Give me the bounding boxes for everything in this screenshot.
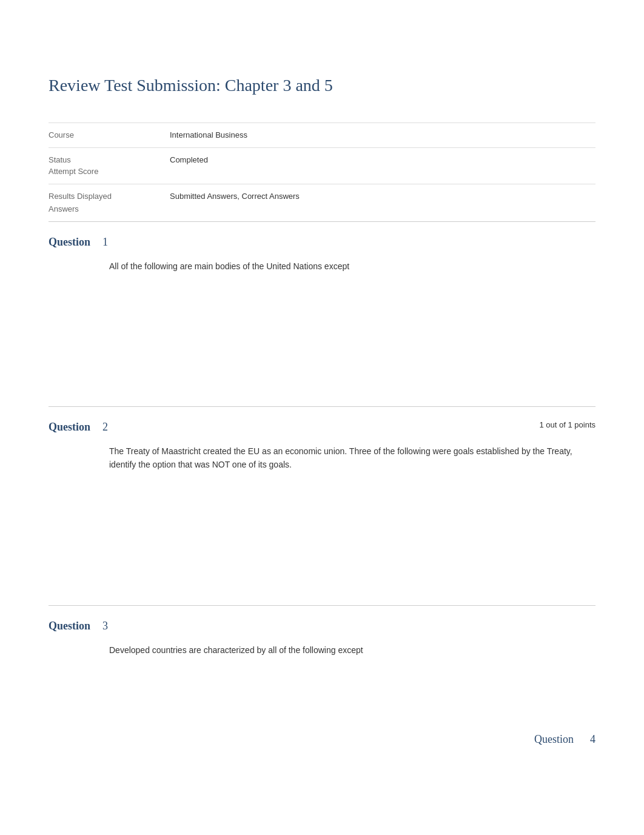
question-3-header: Question 3 <box>49 618 595 634</box>
course-value: International Business <box>170 129 247 141</box>
question-4-label: Question <box>534 733 574 745</box>
results-displayed-label: Results Displayed <box>49 190 170 203</box>
info-section: Course International Business Status Att… <box>49 122 595 221</box>
question-1-number: 1 <box>102 234 108 250</box>
status-label-group: Status Attempt Score <box>49 154 170 178</box>
question-2-label: Question <box>49 419 90 435</box>
question-3-label: Question <box>49 618 90 634</box>
answers-label: Answers <box>49 203 170 215</box>
question-3-block: Question 3 Developed countries are chara… <box>49 605 595 760</box>
question-2-block: Question 2 1 out of 1 points The Treaty … <box>49 406 595 605</box>
results-displayed-value: Submitted Answers, Correct Answers <box>170 190 300 203</box>
course-label: Course <box>49 129 170 141</box>
page-container: Review Test Submission: Chapter 3 and 5 … <box>0 0 644 796</box>
page-title: Review Test Submission: Chapter 3 and 5 <box>49 73 595 98</box>
question-2-header: Question 2 <box>49 419 595 435</box>
course-row: Course International Business <box>49 122 595 147</box>
question-1-header: Question 1 <box>49 234 595 250</box>
question-3-text: Developed countries are characterized by… <box>109 643 595 657</box>
question-1-label: Question <box>49 234 90 250</box>
question-2-number: 2 <box>102 419 108 435</box>
question-3-spacer <box>49 657 595 748</box>
question-1-block: Question 1 All of the following are main… <box>49 221 595 406</box>
question-2-points: 1 out of 1 points <box>539 419 595 431</box>
status-value: Completed <box>170 154 208 178</box>
question-3-number: 3 <box>102 618 108 634</box>
question-2-spacer <box>49 472 595 593</box>
question-4-partial: Question 4 <box>534 731 595 748</box>
results-label-group: Results Displayed Answers <box>49 190 170 215</box>
question-2-text: The Treaty of Maastricht created the EU … <box>109 444 595 472</box>
question-1-text: All of the following are main bodies of … <box>109 260 595 273</box>
question-4-number: 4 <box>590 733 595 745</box>
status-label: Status <box>49 154 158 166</box>
question-1-spacer <box>49 273 595 394</box>
results-row: Results Displayed Answers Submitted Answ… <box>49 184 595 221</box>
status-row: Status Attempt Score Completed <box>49 147 595 184</box>
attempt-score-label: Attempt Score <box>49 166 158 178</box>
